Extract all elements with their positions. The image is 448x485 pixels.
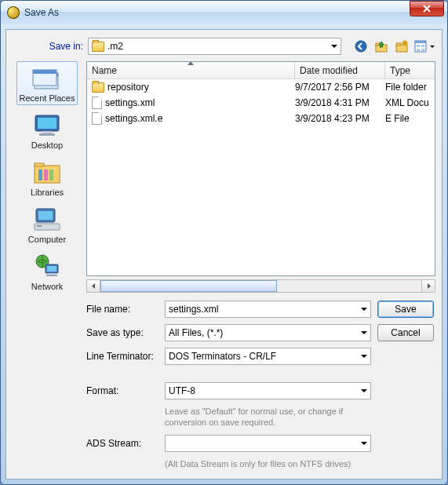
place-network[interactable]: Network xyxy=(16,250,78,294)
format-combo[interactable]: UTF-8 xyxy=(165,382,371,399)
svg-rect-23 xyxy=(44,170,48,181)
close-button[interactable] xyxy=(410,1,444,16)
column-header-type[interactable]: Type xyxy=(385,62,435,78)
window-title: Save As xyxy=(24,7,59,18)
file-listview[interactable]: Name Date modified Type repository 9/7/2… xyxy=(86,61,435,276)
horizontal-scrollbar[interactable] xyxy=(86,279,435,293)
place-label: Libraries xyxy=(31,188,64,197)
network-icon xyxy=(31,253,63,280)
ads-combo[interactable] xyxy=(165,435,371,452)
format-note: Leave as "Default" for normal use, or ch… xyxy=(165,406,371,428)
svg-rect-28 xyxy=(37,225,42,227)
desktop-icon xyxy=(31,112,63,139)
place-label: Network xyxy=(31,282,63,291)
column-header-date[interactable]: Date modified xyxy=(295,62,385,78)
form-grid: File name: settings.xml Save Save as typ… xyxy=(86,301,435,469)
place-desktop[interactable]: Desktop xyxy=(16,108,78,152)
svg-rect-22 xyxy=(38,170,42,181)
save-in-label: Save in: xyxy=(13,41,83,52)
lineterm-value: DOS Terminators - CR/LF xyxy=(169,351,276,362)
app-icon xyxy=(7,6,20,19)
folder-icon xyxy=(92,82,104,93)
back-icon xyxy=(355,40,367,53)
new-folder-icon xyxy=(395,40,408,53)
saveastype-value: All Files, (*.*) xyxy=(169,327,223,338)
list-item[interactable]: repository 9/7/2017 2:56 PM File folder xyxy=(87,79,435,95)
save-in-row: Save in: .m2 xyxy=(13,38,435,55)
scrollbar-thumb[interactable] xyxy=(100,280,277,292)
svg-rect-24 xyxy=(49,170,53,181)
svg-rect-11 xyxy=(421,49,424,51)
computer-icon xyxy=(31,206,63,233)
triangle-right-icon xyxy=(426,283,432,289)
svg-rect-18 xyxy=(42,131,52,133)
place-recent[interactable]: Recent Places xyxy=(16,61,78,105)
file-icon xyxy=(92,112,102,125)
libraries-icon xyxy=(31,159,63,186)
saveastype-combo[interactable]: All Files, (*.*) xyxy=(165,324,371,341)
place-label: Computer xyxy=(28,235,66,244)
file-name: repository xyxy=(107,82,149,93)
svg-rect-26 xyxy=(38,211,53,220)
svg-rect-17 xyxy=(38,118,56,129)
filename-combo[interactable]: settings.xml xyxy=(165,301,371,318)
scroll-left-button[interactable] xyxy=(87,280,100,292)
view-menu-button[interactable] xyxy=(413,38,435,55)
main-body: Recent Places Desktop xyxy=(13,61,435,469)
back-button[interactable] xyxy=(352,38,370,55)
close-icon xyxy=(423,5,431,13)
lineterm-combo[interactable]: DOS Terminators - CR/LF xyxy=(165,348,371,365)
cancel-button[interactable]: Cancel xyxy=(377,324,434,341)
place-label: Recent Places xyxy=(20,93,75,103)
svg-rect-19 xyxy=(39,133,55,136)
place-libraries[interactable]: Libraries xyxy=(16,155,78,199)
sort-ascending-icon xyxy=(188,61,194,65)
filename-value: settings.xml xyxy=(169,304,218,315)
up-one-level-icon xyxy=(375,40,388,53)
scrollbar-track[interactable] xyxy=(100,280,421,292)
nav-toolbar xyxy=(352,38,435,55)
chevron-down-icon xyxy=(430,46,435,48)
format-value: UTF-8 xyxy=(169,385,195,396)
place-computer[interactable]: Computer xyxy=(16,202,78,246)
scroll-right-button[interactable] xyxy=(421,280,435,292)
chevron-down-icon xyxy=(361,308,367,311)
format-label: Format: xyxy=(86,385,158,396)
svg-rect-7 xyxy=(415,41,426,43)
svg-rect-4 xyxy=(396,43,401,46)
svg-rect-10 xyxy=(417,49,420,51)
svg-point-0 xyxy=(355,41,366,52)
svg-rect-32 xyxy=(49,273,55,275)
ads-note: (Alt Data Stream is only for files on NT… xyxy=(165,458,371,469)
titlebar[interactable]: Save As xyxy=(1,1,447,24)
svg-rect-15 xyxy=(33,70,56,74)
listview-header: Name Date modified Type xyxy=(87,62,435,79)
file-date: 3/9/2018 4:31 PM xyxy=(295,97,385,108)
file-date: 9/7/2017 2:56 PM xyxy=(295,82,385,93)
svg-rect-33 xyxy=(46,275,57,276)
listview-rows: repository 9/7/2017 2:56 PM File folder … xyxy=(87,79,435,275)
save-button[interactable]: Save xyxy=(377,301,434,318)
folder-icon xyxy=(92,42,104,52)
column-name-label: Name xyxy=(92,65,117,76)
list-item[interactable]: settings.xml.e 3/9/2018 4:23 PM E File xyxy=(87,111,435,126)
chevron-down-icon xyxy=(361,331,367,334)
save-in-combo[interactable]: .m2 xyxy=(88,38,341,55)
filename-label: File name: xyxy=(86,304,158,315)
file-icon xyxy=(92,97,102,109)
file-area: Name Date modified Type repository 9/7/2… xyxy=(86,61,435,469)
column-header-name[interactable]: Name xyxy=(87,62,295,78)
dialog-body: Save in: .m2 xyxy=(5,29,443,480)
chevron-down-icon xyxy=(361,442,367,445)
chevron-down-icon xyxy=(361,355,367,358)
list-item[interactable]: settings.xml 3/9/2018 4:31 PM XML Docu xyxy=(87,95,435,111)
spacer xyxy=(86,371,435,376)
view-menu-icon xyxy=(414,40,428,53)
chevron-down-icon xyxy=(361,389,367,392)
triangle-left-icon xyxy=(91,283,97,289)
file-type: E File xyxy=(385,113,435,124)
up-one-level-button[interactable] xyxy=(373,38,390,55)
file-name: settings.xml xyxy=(105,97,155,108)
save-in-value: .m2 xyxy=(107,41,123,52)
new-folder-button[interactable] xyxy=(393,38,410,55)
